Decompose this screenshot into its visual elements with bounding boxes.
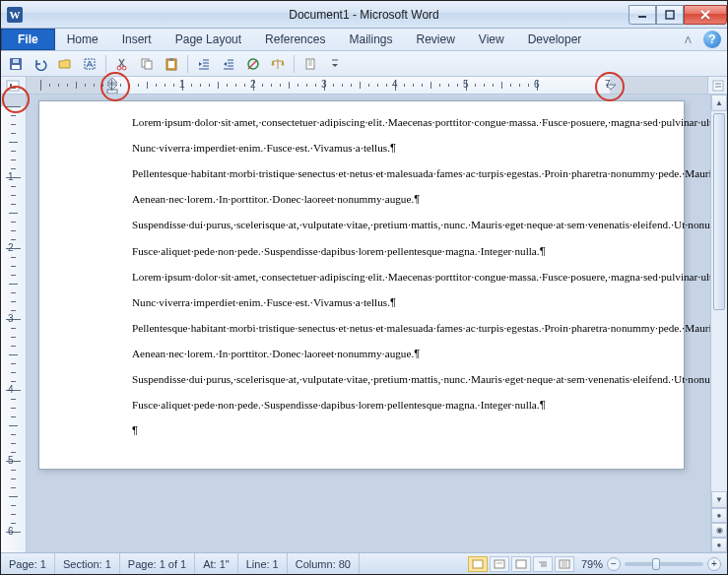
svg-rect-9 (145, 61, 152, 69)
document-page[interactable]: Lorem·ipsum·dolor·sit·amet,·consectetuer… (38, 100, 685, 470)
scroll-down-icon[interactable]: ▼ (711, 491, 727, 508)
view-draft-icon[interactable] (555, 556, 574, 572)
cut-icon[interactable] (111, 53, 133, 75)
tab-review[interactable]: Review (404, 29, 466, 50)
browse-object-icon[interactable]: ◉ (711, 523, 727, 538)
zoom-in-icon[interactable]: + (707, 557, 721, 571)
svg-rect-35 (495, 560, 504, 568)
save-icon[interactable] (5, 53, 27, 75)
svg-rect-4 (13, 59, 19, 63)
quick-access-toolbar (1, 51, 727, 77)
paste-icon[interactable] (161, 53, 182, 75)
view-fullscreen-icon[interactable] (490, 556, 509, 572)
zoom-slider-knob[interactable] (652, 558, 660, 570)
increase-indent-icon[interactable] (218, 53, 239, 75)
svg-rect-31 (713, 81, 723, 91)
tab-page-layout[interactable]: Page Layout (164, 29, 253, 50)
tab-insert[interactable]: Insert (110, 29, 164, 50)
vertical-scrollbar[interactable]: ▲ ▼ ● ◉ ● (710, 95, 727, 552)
svg-rect-1 (666, 11, 674, 19)
svg-rect-3 (12, 65, 20, 69)
open-icon[interactable] (54, 53, 76, 75)
paragraph[interactable]: Suspendisse·dui·purus,·scelerisque·at,·v… (132, 372, 605, 387)
horizontal-ruler[interactable]: 1234567 (27, 77, 707, 94)
paragraph[interactable]: Pellentesque·habitant·morbi·tristique·se… (132, 321, 605, 336)
ruler-row: 1234567 (1, 77, 727, 95)
tab-mailings[interactable]: Mailings (337, 29, 404, 50)
close-button[interactable] (684, 5, 727, 25)
maximize-button[interactable] (656, 5, 684, 25)
ruler-number: 4 (8, 384, 14, 395)
scroll-up-icon[interactable]: ▲ (711, 95, 727, 111)
paragraph[interactable]: Fusce·aliquet·pede·non·pede.·Suspendisse… (132, 398, 605, 413)
status-at[interactable]: At: 1" (195, 553, 238, 574)
paragraph[interactable]: Nunc·viverra·imperdiet·enim.·Fusce·est.·… (132, 141, 605, 156)
page-viewport[interactable]: Lorem·ipsum·dolor·sit·amet,·consectetuer… (27, 95, 710, 552)
word-app-icon: W (7, 7, 23, 23)
ribbon-minimize-icon[interactable]: ᐱ (679, 34, 697, 45)
previous-page-icon[interactable]: ● (711, 508, 727, 523)
ruler-number: 2 (8, 242, 14, 253)
select-all-icon[interactable] (79, 53, 100, 75)
title-bar: W Document1 - Microsoft Word (1, 1, 727, 29)
paragraph[interactable]: Fusce·aliquet·pede·non·pede.·Suspendisse… (132, 244, 605, 259)
view-outline-icon[interactable] (533, 556, 553, 572)
document-area: 123456 Lorem·ipsum·dolor·sit·amet,·conse… (1, 95, 727, 552)
zoom-controls: 79% − + (575, 557, 727, 571)
window-title: Document1 - Microsoft Word (289, 8, 439, 22)
status-line[interactable]: Line: 1 (238, 553, 288, 574)
tab-home[interactable]: Home (55, 29, 110, 50)
paragraph[interactable]: Lorem·ipsum·dolor·sit·amet,·consectetuer… (132, 270, 605, 285)
ruler-number: 6 (534, 79, 540, 90)
ribbon-tabs: File Home Insert Page Layout References … (1, 29, 727, 51)
scales-icon[interactable] (267, 53, 289, 75)
tab-developer[interactable]: Developer (516, 29, 594, 50)
spelling-icon[interactable] (242, 53, 264, 75)
ruler-number: 1 (8, 171, 14, 182)
view-print-layout-icon[interactable] (468, 556, 488, 572)
page-width-icon[interactable] (299, 53, 321, 75)
status-page-of[interactable]: Page: 1 of 1 (120, 553, 195, 574)
zoom-out-icon[interactable]: − (607, 557, 621, 571)
paragraph[interactable]: Lorem·ipsum·dolor·sit·amet,·consectetuer… (132, 115, 605, 130)
ruler-toggle-icon[interactable] (707, 77, 727, 94)
tab-view[interactable]: View (467, 29, 516, 50)
status-column[interactable]: Column: 80 (288, 553, 360, 574)
status-section[interactable]: Section: 1 (55, 553, 120, 574)
help-icon[interactable]: ? (703, 31, 721, 48)
status-bar: Page: 1 Section: 1 Page: 1 of 1 At: 1" L… (1, 552, 727, 574)
zoom-slider[interactable] (625, 562, 703, 566)
window-controls (629, 5, 727, 25)
ruler-number: 3 (321, 79, 327, 90)
next-page-icon[interactable]: ● (711, 538, 727, 552)
svg-rect-29 (7, 81, 19, 91)
ruler-number: 5 (463, 79, 469, 90)
ruler-number: 7 (605, 79, 611, 90)
copy-icon[interactable] (136, 53, 158, 75)
vertical-ruler[interactable]: 123456 (1, 95, 27, 552)
left-indent-marker-icon[interactable] (105, 77, 119, 94)
ruler-number: 5 (8, 455, 14, 466)
tab-selector[interactable] (1, 77, 27, 94)
tab-references[interactable]: References (253, 29, 337, 50)
status-page[interactable]: Page: 1 (1, 553, 55, 574)
scroll-thumb[interactable] (713, 113, 725, 310)
paragraph[interactable]: ¶ (132, 423, 605, 438)
scroll-track[interactable] (711, 111, 727, 491)
svg-rect-11 (168, 61, 174, 68)
minimize-button[interactable] (629, 5, 656, 25)
paragraph[interactable]: Aenean·nec·lorem.·In·porttitor.·Donec·la… (132, 347, 605, 361)
paragraph[interactable]: Aenean·nec·lorem.·In·porttitor.·Donec·la… (132, 192, 605, 207)
paragraph[interactable]: Suspendisse·dui·purus,·scelerisque·at,·v… (132, 218, 605, 232)
undo-icon[interactable] (30, 53, 51, 75)
ruler-number: 6 (8, 526, 14, 537)
view-web-icon[interactable] (511, 556, 531, 572)
paragraph[interactable]: Nunc·viverra·imperdiet·enim.·Fusce·est.·… (132, 295, 605, 310)
svg-rect-30 (107, 90, 117, 94)
svg-rect-12 (169, 58, 173, 61)
file-tab[interactable]: File (1, 29, 55, 50)
decrease-indent-icon[interactable] (193, 53, 215, 75)
zoom-level[interactable]: 79% (581, 558, 603, 570)
paragraph[interactable]: Pellentesque·habitant·morbi·tristique·se… (132, 166, 605, 181)
qat-dropdown-icon[interactable] (324, 53, 346, 75)
